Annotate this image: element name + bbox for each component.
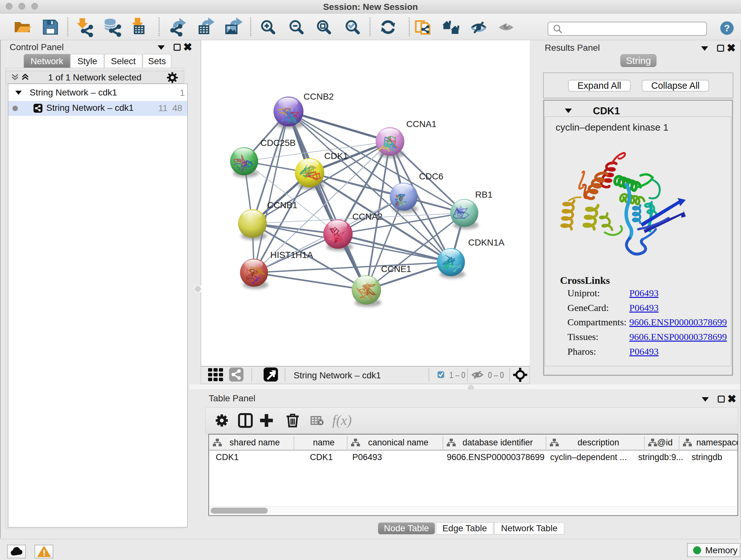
svg-text:CDK1: CDK1 [324,151,348,161]
svg-text:String Network – cdk1: String Network – cdk1 [293,370,381,380]
svg-text:CDC6: CDC6 [419,172,443,181]
svg-text:9606.ENSP00000378699: 9606.ENSP00000378699 [447,452,544,462]
svg-text:1 – 0: 1 – 0 [449,370,465,380]
svg-text:stringdb:9...: stringdb:9... [638,452,683,462]
svg-text:canonical name: canonical name [368,438,428,447]
svg-text:CCNA2: CCNA2 [352,212,383,222]
svg-text:stringdb: stringdb [691,452,722,462]
svg-text:@id: @id [657,438,672,447]
svg-text:CCNE1: CCNE1 [381,264,411,274]
svg-text:RB1: RB1 [475,190,492,199]
svg-text:description: description [578,438,619,447]
svg-text:shared name: shared name [229,438,280,447]
svg-text:?: ? [724,23,730,33]
svg-text:CDC25B: CDC25B [260,138,295,148]
svg-text:CDK1: CDK1 [216,452,239,462]
svg-text:name: name [313,438,335,447]
svg-text:namespace: namespace [696,438,738,447]
svg-text:CCNB2: CCNB2 [304,91,334,102]
svg-text:CDKN1A: CDKN1A [468,238,504,247]
svg-text:database identifier: database identifier [462,438,533,447]
svg-text:HIST1H1A: HIST1H1A [270,250,313,260]
svg-text:cyclin–dependent ...: cyclin–dependent ... [550,452,627,462]
svg-text:P06493: P06493 [352,452,382,462]
svg-text:f(x): f(x) [332,413,352,428]
svg-text:CCNA1: CCNA1 [406,119,436,129]
svg-text:CDK1: CDK1 [310,452,333,462]
svg-text:CCNB1: CCNB1 [267,200,297,210]
svg-text:0 – 0: 0 – 0 [488,370,504,380]
